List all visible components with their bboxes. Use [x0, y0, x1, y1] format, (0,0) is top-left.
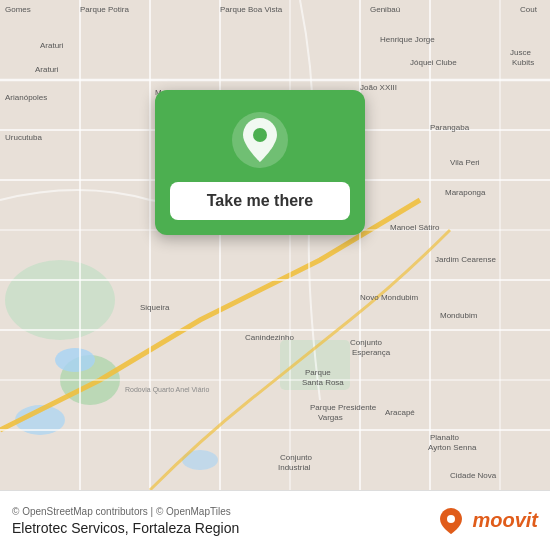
svg-text:Planalto: Planalto	[430, 433, 459, 442]
svg-point-63	[447, 515, 455, 523]
svg-point-62	[253, 128, 267, 142]
location-card: Take me there	[155, 90, 365, 235]
svg-text:Aracapé: Aracapé	[385, 408, 415, 417]
svg-text:Parangaba: Parangaba	[430, 123, 470, 132]
svg-text:Genibaú: Genibaú	[370, 5, 400, 14]
svg-text:Santa Rosa: Santa Rosa	[302, 378, 344, 387]
svg-text:Industrial: Industrial	[278, 463, 311, 472]
svg-text:João XXIII: João XXIII	[360, 83, 397, 92]
svg-text:Jardim Cearense: Jardim Cearense	[435, 255, 496, 264]
location-name: Eletrotec Servicos, Fortaleza Region	[12, 520, 239, 536]
svg-text:Henrique Jorge: Henrique Jorge	[380, 35, 435, 44]
svg-text:Manoel Sátiro: Manoel Sátiro	[390, 223, 440, 232]
svg-text:Araturi: Araturi	[40, 41, 64, 50]
svg-text:Jusce: Jusce	[510, 48, 531, 57]
moovit-pin-icon	[436, 506, 466, 536]
svg-text:Conjunto: Conjunto	[280, 453, 313, 462]
svg-text:Parque: Parque	[305, 368, 331, 377]
attribution-text: © OpenStreetMap contributors | © OpenMap…	[12, 506, 239, 517]
svg-text:Conjunto: Conjunto	[350, 338, 383, 347]
moovit-logo: moovit	[436, 506, 538, 536]
svg-text:Parque Potira: Parque Potira	[80, 5, 129, 14]
take-me-there-button[interactable]: Take me there	[170, 182, 350, 220]
svg-point-4	[55, 348, 95, 372]
svg-text:Kubits: Kubits	[512, 58, 534, 67]
svg-text:Vargas: Vargas	[318, 413, 343, 422]
svg-text:Vila Peri: Vila Peri	[450, 158, 480, 167]
location-pin-icon	[230, 110, 290, 170]
bottom-left-info: © OpenStreetMap contributors | © OpenMap…	[12, 506, 239, 536]
svg-text:Cidade Nova: Cidade Nova	[450, 471, 497, 480]
svg-text:Jóquei Clube: Jóquei Clube	[410, 58, 457, 67]
svg-text:Rodovia Quarto Anel Viário: Rodovia Quarto Anel Viário	[125, 386, 209, 394]
svg-text:Ayrton Senna: Ayrton Senna	[428, 443, 477, 452]
svg-text:Araturi: Araturi	[35, 65, 59, 74]
svg-text:Esperança: Esperança	[352, 348, 391, 357]
map-container: Gomes Parque Potira Parque Boa Vista Gen…	[0, 0, 550, 490]
svg-text:Canindezinho: Canindezinho	[245, 333, 294, 342]
svg-text:Mondubim: Mondubim	[440, 311, 478, 320]
svg-text:Novo Mondubim: Novo Mondubim	[360, 293, 419, 302]
bottom-bar: © OpenStreetMap contributors | © OpenMap…	[0, 490, 550, 550]
svg-text:Arianópoles: Arianópoles	[5, 93, 47, 102]
svg-text:Parque Boa Vista: Parque Boa Vista	[220, 5, 283, 14]
svg-text:Siqueira: Siqueira	[140, 303, 170, 312]
svg-text:Urucutuba: Urucutuba	[5, 133, 42, 142]
moovit-brand-text: moovit	[472, 509, 538, 532]
svg-text:Gomes: Gomes	[5, 5, 31, 14]
svg-text:Maraponga: Maraponga	[445, 188, 486, 197]
svg-text:Cout: Cout	[520, 5, 538, 14]
svg-point-1	[5, 260, 115, 340]
svg-text:Parque Presidente: Parque Presidente	[310, 403, 377, 412]
svg-rect-0	[0, 0, 550, 490]
